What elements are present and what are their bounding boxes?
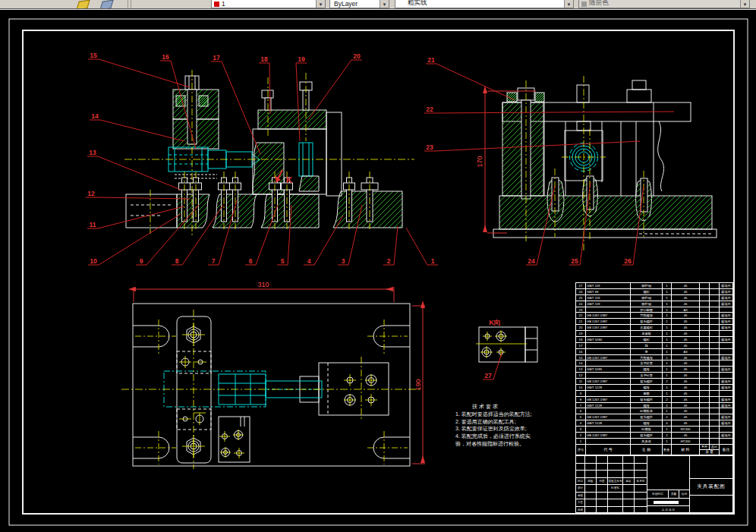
table-cell	[720, 427, 732, 432]
table-cell	[586, 349, 631, 354]
table-cell: 15	[576, 355, 586, 360]
table-row: 11GB 1267-1987双头螺柱245标准件	[575, 378, 733, 384]
table-row: 22GB 1267-1987六角螺母145标准件	[575, 312, 733, 318]
table-cell: 45	[672, 337, 701, 342]
table-cell: 钻模板体	[631, 408, 663, 414]
table-row: 9垫圈145	[575, 390, 733, 396]
table-cell	[700, 427, 710, 432]
tech-line: 验，对各性能指标进行检验。	[455, 440, 584, 448]
table-cell	[710, 283, 720, 288]
balloon-number: 14	[91, 112, 99, 120]
table-cell	[710, 307, 720, 313]
balloon-number: 6	[249, 257, 253, 265]
table-cell: 标准件	[720, 420, 732, 426]
table-cell: 1	[663, 319, 672, 324]
parts-table: 27GB/T 119圆柱销145标准件26GB/T 68螺钉145标准件25GB…	[575, 282, 733, 455]
table-cell: 水平钻套	[631, 373, 663, 378]
table-cell: 标准件	[720, 301, 732, 307]
table-cell: GB 1267-1987	[586, 313, 631, 318]
table-cell: 夹具体	[631, 439, 663, 444]
table-cell	[710, 301, 720, 307]
table-row: 26GB/T 68螺钉145标准件	[575, 288, 733, 294]
table-cell	[586, 343, 631, 348]
table-cell: 标准件	[720, 295, 732, 301]
table-cell	[710, 313, 720, 318]
table-cell: 45	[672, 360, 701, 366]
table-cell: 8	[576, 397, 586, 402]
table-cell: 1	[663, 325, 672, 330]
table-cell: 标准件	[720, 403, 732, 408]
balloon-number: 25	[571, 257, 578, 265]
table-cell: GB 1267-1987	[586, 355, 631, 360]
balloon-number: 27	[484, 372, 492, 379]
table-cell	[700, 408, 710, 414]
table-cell: 1	[663, 307, 672, 313]
table-cell: 标准件	[720, 414, 732, 420]
table-row: 10GB/T 1228螺母145标准件	[575, 384, 733, 390]
table-cell: 螺母	[631, 403, 663, 408]
table-cell	[710, 408, 720, 414]
table-cell: 45	[672, 385, 701, 390]
balloon-number: 26	[624, 257, 632, 265]
tech-line: 4. 装配完成后，必须进行系统实	[455, 433, 584, 440]
table-cell: 13	[576, 367, 586, 372]
col-mass-unit: 单件	[700, 445, 710, 449]
table-cell: 标准件	[720, 367, 732, 372]
table-cell: A3	[672, 349, 701, 354]
col-code: 代 号	[586, 445, 631, 455]
cad-application-window: 1 ▼ ByLayer ▼ 粗实线 ▼ 随层色 ▼	[0, 0, 756, 532]
table-row: 8GB 1267-1987双头螺柱245标准件	[575, 396, 733, 402]
table-cell: 螺钉	[631, 289, 663, 294]
table-cell: 2	[663, 433, 672, 438]
col-mass-label: 质 量	[700, 450, 719, 455]
table-cell: GB 1267-1987	[586, 433, 631, 438]
revision-grid-cell	[622, 506, 635, 515]
balloon-number: 16	[162, 53, 169, 61]
table-cell: 2	[576, 433, 586, 438]
table-cell	[720, 349, 732, 354]
dim-text-170: 170	[476, 156, 484, 167]
table-cell: 开口垫圈	[631, 307, 663, 313]
table-cell	[720, 343, 732, 348]
col-name: 名 称	[631, 445, 663, 455]
table-row: 18GB/T 5280螺钉145标准件	[575, 336, 733, 342]
balloon-number: 17	[213, 54, 220, 61]
table-cell: 45	[672, 367, 701, 372]
table-cell	[710, 420, 720, 426]
table-cell: 双头螺柱	[631, 433, 663, 438]
table-cell	[700, 373, 710, 378]
table-row: 3钻模板1HT200	[575, 426, 733, 432]
table-cell: GB/T 1228	[586, 403, 631, 408]
col-material: 材 料	[672, 445, 701, 455]
table-cell: 45	[672, 379, 701, 384]
table-cell	[710, 373, 720, 378]
table-cell: 1	[663, 439, 672, 444]
table-cell: 1	[663, 408, 672, 414]
table-cell: 45	[672, 313, 701, 318]
balloon-number: 12	[87, 190, 95, 197]
balloon-number: 1	[431, 257, 435, 265]
table-cell: 1	[663, 331, 672, 336]
table-cell: 17	[576, 343, 586, 348]
table-cell: 双头螺柱	[631, 379, 663, 384]
balloon-number: 4	[307, 257, 311, 265]
table-cell	[586, 408, 631, 414]
table-cell	[700, 289, 710, 294]
table-cell: GB 1267-1987	[586, 379, 631, 384]
table-cell	[720, 360, 732, 366]
table-cell: 标准件	[720, 397, 732, 402]
table-row: 25GB/T 119圆柱销145标准件	[575, 294, 733, 301]
table-row: 7GB/T 1228螺母445标准件	[575, 402, 733, 408]
table-cell: 45	[672, 373, 701, 378]
table-cell: HT200	[672, 427, 701, 432]
table-cell	[710, 433, 720, 438]
table-cell	[700, 313, 710, 318]
table-cell	[720, 373, 732, 378]
table-cell: GB/T 1228	[586, 385, 631, 390]
revision-grid-cell	[596, 506, 608, 515]
table-cell	[700, 397, 710, 402]
table-cell: 45	[672, 331, 701, 336]
balloon-number: 24	[528, 257, 535, 265]
balloon-number: 20	[353, 52, 361, 60]
leader-line	[493, 353, 502, 379]
